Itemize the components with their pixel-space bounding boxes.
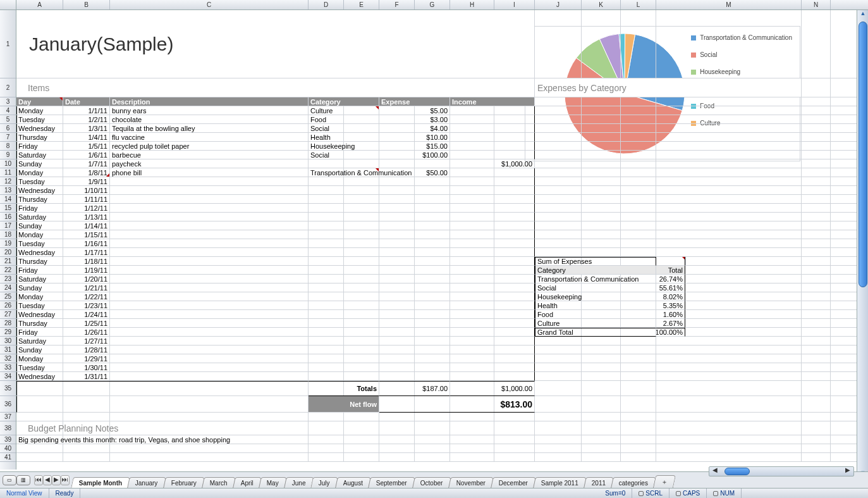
- cell-D31[interactable]: [309, 345, 344, 354]
- cell-K7[interactable]: [582, 133, 621, 142]
- cell-H37[interactable]: [450, 413, 494, 421]
- row-header-30[interactable]: 30: [0, 337, 16, 345]
- cell-M1[interactable]: [656, 10, 802, 78]
- cell-day-30[interactable]: Saturday: [16, 337, 63, 345]
- cell-H7[interactable]: [450, 133, 494, 142]
- cell-day-11[interactable]: Monday: [16, 168, 63, 177]
- cell-L41[interactable]: [621, 453, 656, 462]
- cell-B37[interactable]: [63, 413, 110, 421]
- cell-E29[interactable]: [344, 328, 379, 337]
- cell-date-4[interactable]: 1/1/11: [63, 106, 110, 115]
- cell-day-33[interactable]: Tuesday: [16, 363, 63, 372]
- row-header-2[interactable]: 2: [0, 78, 16, 97]
- cell-C20[interactable]: [110, 248, 309, 257]
- cell-G24[interactable]: [415, 283, 450, 292]
- cell-G26[interactable]: [415, 301, 450, 310]
- cell-L9[interactable]: [621, 151, 656, 159]
- cell-M7[interactable]: [656, 133, 802, 142]
- row-header-14[interactable]: 14: [0, 195, 16, 204]
- row-header-15[interactable]: 15: [0, 204, 16, 213]
- cell-E17[interactable]: [344, 221, 379, 230]
- view-normal-icon[interactable]: ▭: [3, 475, 16, 485]
- cell-J35[interactable]: [535, 381, 582, 396]
- cell-M37[interactable]: [656, 413, 802, 421]
- cell-K17[interactable]: [582, 221, 621, 230]
- cell-date-30[interactable]: 1/27/11: [63, 337, 110, 345]
- cell-M34[interactable]: [656, 372, 802, 381]
- pivot-cat-28[interactable]: Culture: [535, 319, 656, 328]
- cell-N20[interactable]: [802, 248, 831, 257]
- cell-G30[interactable]: [415, 337, 450, 345]
- cell-day-7[interactable]: Thursday: [16, 133, 63, 142]
- cell-I18[interactable]: [494, 230, 535, 239]
- cell-E30[interactable]: [344, 337, 379, 345]
- row-header-4[interactable]: 4: [0, 106, 16, 115]
- sheet-tab-june[interactable]: June: [284, 477, 314, 488]
- pivot-cat-24[interactable]: Social: [535, 283, 656, 292]
- cell-I28[interactable]: [494, 319, 535, 328]
- cell-H4[interactable]: [450, 106, 494, 115]
- cell-E31[interactable]: [344, 345, 379, 354]
- cell-J38[interactable]: [535, 421, 582, 435]
- cell-C15[interactable]: [110, 204, 309, 213]
- cell-L31[interactable]: [621, 345, 656, 354]
- cell-date-33[interactable]: 1/30/11: [63, 363, 110, 372]
- cell-day-14[interactable]: Thursday: [16, 195, 63, 204]
- cell-N21[interactable]: [802, 257, 831, 266]
- cell-J37[interactable]: [535, 413, 582, 421]
- cell-F37[interactable]: [379, 413, 415, 421]
- cell-desc-10[interactable]: paycheck: [110, 159, 309, 168]
- cell-date-34[interactable]: 1/31/11: [63, 372, 110, 381]
- cell-N35[interactable]: [802, 381, 831, 396]
- cell-G19[interactable]: [415, 239, 450, 248]
- cell-D12[interactable]: [309, 177, 344, 186]
- cell-H34[interactable]: [450, 372, 494, 381]
- row-header-18[interactable]: 18: [0, 230, 16, 239]
- cell-L30[interactable]: [621, 337, 656, 345]
- cell-day-32[interactable]: Monday: [16, 354, 63, 363]
- cell-I17[interactable]: [494, 221, 535, 230]
- cell-N13[interactable]: [802, 186, 831, 195]
- cell-I5[interactable]: [494, 115, 535, 124]
- cell-day-10[interactable]: Sunday: [16, 159, 63, 168]
- cell-J40[interactable]: [535, 444, 582, 453]
- sheet-tab-december[interactable]: December: [491, 477, 536, 488]
- cell-D17[interactable]: [309, 221, 344, 230]
- cell-C40[interactable]: [110, 444, 309, 453]
- cell-day-19[interactable]: Tuesday: [16, 239, 63, 248]
- cell-N2[interactable]: [802, 78, 831, 97]
- row-header-38[interactable]: 38: [0, 421, 16, 435]
- cell-date-19[interactable]: 1/16/11: [63, 239, 110, 248]
- cell-M40[interactable]: [656, 444, 802, 453]
- cell-K39[interactable]: [582, 435, 621, 444]
- cell-I26[interactable]: [494, 301, 535, 310]
- cell-B40[interactable]: [63, 444, 110, 453]
- cell-L13[interactable]: [621, 186, 656, 195]
- cell-C18[interactable]: [110, 230, 309, 239]
- cell-J1[interactable]: [535, 10, 582, 78]
- cell-L16[interactable]: [621, 213, 656, 221]
- add-sheet-button[interactable]: ＋: [653, 475, 676, 488]
- cell-G10[interactable]: [415, 159, 450, 168]
- cell-N27[interactable]: [802, 310, 831, 319]
- cell-E24[interactable]: [344, 283, 379, 292]
- cell-day-12[interactable]: Tuesday: [16, 177, 63, 186]
- cell-J5[interactable]: [535, 115, 582, 124]
- cell-M20[interactable]: [656, 248, 802, 257]
- cell-I27[interactable]: [494, 310, 535, 319]
- cell-C32[interactable]: [110, 354, 309, 363]
- cell-C13[interactable]: [110, 186, 309, 195]
- cell-L4[interactable]: [621, 106, 656, 115]
- cell-M38[interactable]: [656, 421, 802, 435]
- cell-G40[interactable]: [415, 444, 450, 453]
- row-header-36[interactable]: 36: [0, 396, 16, 413]
- cell-G23[interactable]: [415, 275, 450, 283]
- cell-day-24[interactable]: Sunday: [16, 283, 63, 292]
- cell-H23[interactable]: [450, 275, 494, 283]
- cell-C22[interactable]: [110, 266, 309, 275]
- cell-date-11[interactable]: 1/8/11: [63, 168, 110, 177]
- pivot-cat-26[interactable]: Health: [535, 301, 656, 310]
- cell-M3[interactable]: [656, 97, 802, 106]
- cell-I37[interactable]: [494, 413, 535, 421]
- row-header-11[interactable]: 11: [0, 168, 16, 177]
